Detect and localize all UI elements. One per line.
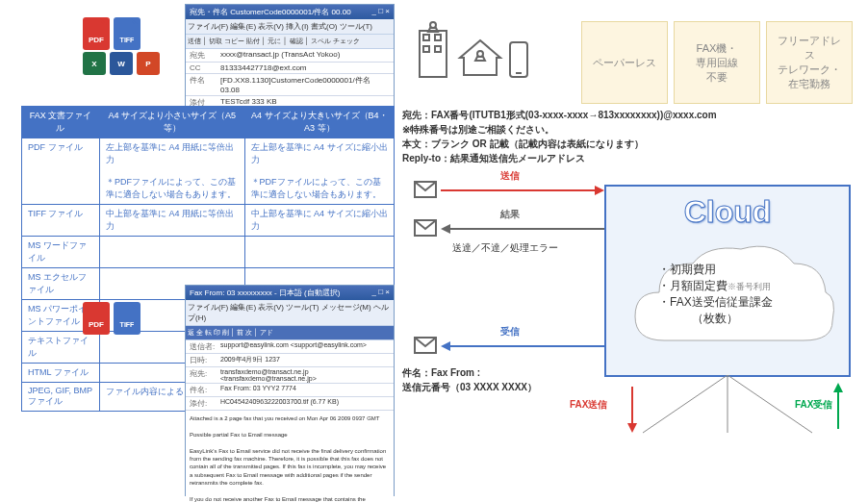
table-cell: 左上部を基準に A4 サイズに縮小出力 ＊PDFファイルによって、この基準に適合…: [244, 138, 394, 205]
receive-arrow: [441, 337, 604, 356]
fax-send-label: FAX送信: [570, 398, 607, 412]
pdf-badge: PDF: [83, 17, 110, 50]
email2-from: 送信者:support@easylink.com <support@easyli…: [186, 340, 394, 354]
cloud-box: Cloud ・初期費用 ・月額固定費※番号利用 ・FAX送受信従量課金 （枚数）: [604, 185, 851, 377]
tiff-badge: TIFF: [114, 17, 140, 50]
table-cell: [244, 237, 394, 268]
send-label: 送信: [500, 169, 520, 183]
email2-buttons: 返 全 転 印 削 │ 前 次 │ アド: [186, 326, 394, 340]
table-cell: JPEG, GIF, BMP ファイル: [22, 383, 100, 412]
excel-badge: X: [83, 52, 106, 75]
tiff-badge-2: TIFF: [114, 302, 140, 335]
feature-remote: フリーアドレス テレワーク・ 在宅勤務: [766, 21, 853, 104]
result-arrow: [441, 219, 604, 238]
file-badges-office: X W P: [83, 52, 160, 75]
table-cell: MS ワードファイル: [22, 237, 100, 268]
svg-line-26: [643, 375, 728, 433]
email2-to: 宛先:transfaxdemo@transact.ne.jp <transfax…: [186, 367, 394, 384]
table-cell: 中上部を基準に A4 サイズに縮小出力: [244, 205, 394, 237]
email2-titlebar: Fax From: 03 xxxxxxxxx - 日本語 (自動選択)_ □ ×: [186, 286, 394, 300]
table-cell: 中上部を基準に A4 用紙に等倍出力: [99, 205, 244, 237]
feature-boxes: ペーパーレス FAX機・ 専用回線 不要 フリーアドレス テレワーク・ 在宅勤務: [581, 21, 853, 104]
email1-buttons: 送信 │ 切取 コピー 貼付 │ 元に │ 確認 │ スペル チェック: [186, 35, 394, 49]
table-header-col2: A4 サイズより小さいサイズ（A5 等）: [99, 107, 244, 138]
svg-marker-30: [627, 423, 637, 433]
result-detail: 送達／不達／処理エラー: [452, 240, 558, 255]
envelope-receive-icon: [414, 337, 437, 354]
pdf-badge-2: PDF: [83, 302, 110, 335]
table-header-col1: FAX 文書ファイル: [22, 107, 100, 138]
email-window-compose: 宛先・件名 CustomerCode0000001/件名 00.00_ □ × …: [185, 4, 395, 111]
table-cell: 左上部を基準に A4 用紙に等倍出力 ＊PDFファイルによって、この基準に適合し…: [99, 138, 244, 205]
table-cell: HTML ファイル: [22, 364, 100, 383]
location-icons: [414, 21, 529, 79]
cloud-title: Cloud: [606, 187, 849, 238]
file-badges-mid: PDF TIFF: [83, 302, 140, 335]
envelope-result-icon: [414, 219, 437, 237]
table-header-col3: A4 サイズより大きいサイズ（B4・A3 等）: [244, 107, 394, 138]
email2-date: 日時:2009年4月9日 1237: [186, 354, 394, 367]
svg-marker-19: [595, 186, 604, 195]
svg-rect-15: [510, 42, 527, 77]
table-cell: MS エクセルファイル: [22, 268, 100, 300]
email1-titlebar: 宛先・件名 CustomerCode0000001/件名 00.00_ □ ×: [186, 5, 394, 19]
file-badges-top: PDF TIFF: [83, 17, 140, 50]
subject-description: 件名：Fax From : 送信元番号（03 XXXX XXXX）: [402, 365, 537, 394]
fax-receive-label: FAX受信: [795, 398, 832, 412]
table-cell: TIFF ファイル: [22, 205, 100, 237]
table-row: TIFF ファイル中上部を基準に A4 用紙に等倍出力中上部を基準に A4 サイ…: [22, 205, 395, 237]
svg-text:TIFF: TIFF: [120, 321, 135, 328]
house-icon: [456, 37, 504, 79]
svg-text:PDF: PDF: [89, 320, 104, 329]
table-row: PDF ファイル左上部を基準に A4 用紙に等倍出力 ＊PDFファイルによって、…: [22, 138, 395, 205]
address-description: 宛先：FAX番号(ITUTB1形式(03-xxxx-xxxx→813xxxxxx…: [402, 108, 717, 165]
feature-nofax: FAX機・ 専用回線 不要: [674, 21, 760, 104]
result-label: 結果: [500, 208, 520, 221]
email1-to: 宛先xxxx@transact.jp (TransAct Yokoo): [186, 49, 394, 63]
email2-body: Attached is a 2 page fax that you receiv…: [186, 411, 394, 502]
email2-subject: 件名:Fax From: 03 YYY2 7774: [186, 384, 394, 397]
svg-marker-32: [833, 383, 843, 392]
svg-marker-22: [441, 224, 450, 234]
table-row: MS ワードファイル: [22, 237, 395, 268]
svg-rect-11: [423, 46, 429, 52]
table-cell: PDF ファイル: [22, 138, 100, 205]
fax-send-arrow: [618, 381, 647, 435]
svg-text:TIFF: TIFF: [120, 37, 135, 43]
email1-subject: 件名[FD.XX8.1130]CustomerCode0000001/件名 03…: [186, 74, 394, 96]
envelope-send-icon: [414, 181, 437, 198]
receive-label: 受信: [500, 325, 520, 339]
cloud-pricing: ・初期費用 ・月額固定費※番号利用 ・FAX送受信従量課金 （枚数）: [658, 262, 773, 327]
office-building-icon: [414, 21, 452, 79]
svg-rect-9: [423, 35, 429, 40]
table-cell: [99, 237, 244, 268]
svg-rect-12: [435, 46, 441, 52]
email2-attach: 添付:HC0454240963222003700.tif (6.77 KB): [186, 397, 394, 411]
ppt-badge: P: [137, 52, 160, 75]
mobile-icon: [508, 40, 529, 79]
table-cell: テキストファイル: [22, 332, 100, 364]
svg-rect-10: [435, 35, 441, 40]
email2-menu: ファイル(F) 編集(E) 表示(V) ツール(T) メッセージ(M) ヘルプ(…: [186, 300, 394, 326]
send-arrow: [441, 181, 604, 200]
feature-paperless: ペーパーレス: [581, 21, 668, 104]
email1-cc: CC813334427718@ext.com: [186, 63, 394, 74]
word-badge: W: [110, 52, 133, 75]
email-window-receive: Fax From: 03 xxxxxxxxx - 日本語 (自動選択)_ □ ×…: [185, 285, 395, 496]
svg-text:PDF: PDF: [89, 36, 104, 44]
email1-menu: ファイル(F) 編集(E) 表示(V) 挿入(I) 書式(O) ツール(T): [186, 19, 394, 35]
svg-marker-25: [441, 341, 450, 351]
